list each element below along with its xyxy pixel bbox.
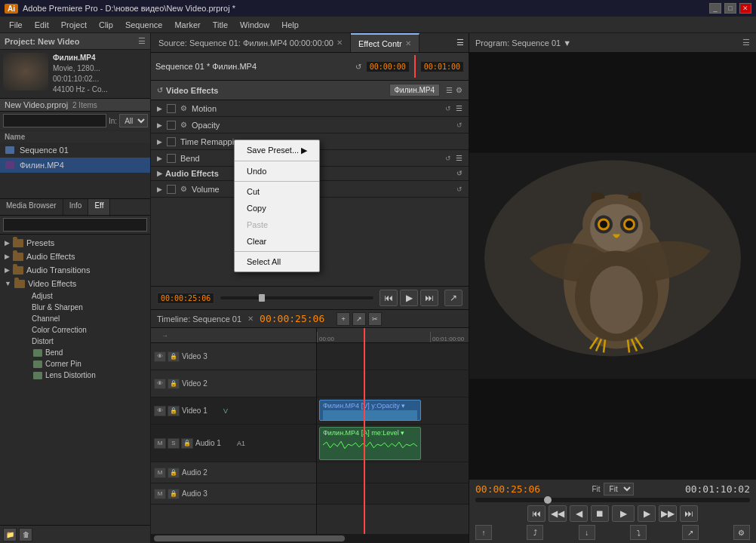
program-insert-button[interactable]: ↓ bbox=[579, 525, 595, 540]
delete-button[interactable]: 🗑 bbox=[19, 528, 32, 541]
video1-lock-button[interactable]: 🔒 bbox=[167, 406, 180, 416]
menu-title[interactable]: Title bbox=[207, 19, 234, 31]
audio1-clip[interactable]: Филин.МP4 [A] me:Level ▾ bbox=[319, 427, 421, 460]
program-step-forward-button[interactable]: ⏭ bbox=[680, 505, 698, 522]
program-forward-button[interactable]: ▶▶ bbox=[659, 505, 677, 522]
audio2-mute-button[interactable]: M bbox=[154, 468, 166, 478]
menu-help[interactable]: Help bbox=[275, 19, 305, 31]
file-item-sequence[interactable]: Sequence 01 bbox=[0, 143, 150, 158]
ec-next-button[interactable]: ⏭ bbox=[420, 290, 438, 306]
fit-select[interactable]: Fit bbox=[604, 483, 634, 495]
program-rewind-button[interactable]: ◀◀ bbox=[549, 505, 567, 522]
time-remapping-expand-icon[interactable]: ▶ bbox=[157, 138, 162, 146]
program-lift-button[interactable]: ↑ bbox=[475, 525, 492, 540]
video2-eye-button[interactable]: 👁 bbox=[154, 379, 166, 389]
timeline-scroll-thumb[interactable] bbox=[154, 535, 345, 541]
ec-prev-button[interactable]: ⏮ bbox=[380, 290, 398, 306]
ctx-undo[interactable]: Undo bbox=[235, 163, 319, 179]
ctx-clear[interactable]: Clear bbox=[235, 233, 319, 250]
tab-info[interactable]: Info bbox=[63, 199, 89, 215]
minimize-button[interactable]: _ bbox=[709, 3, 721, 14]
volume-checkbox[interactable] bbox=[167, 185, 176, 194]
window-controls[interactable]: _ □ ✕ bbox=[709, 3, 751, 14]
effects-section-audio-effects[interactable]: ▶ Audio Effects bbox=[0, 250, 150, 263]
opacity-checkbox[interactable] bbox=[167, 121, 176, 130]
menu-clip[interactable]: Clip bbox=[93, 19, 119, 31]
bend-reset-icon[interactable]: ↺ bbox=[445, 155, 451, 162]
new-item-button[interactable]: + bbox=[337, 312, 350, 326]
motion-expand-icon[interactable]: ▶ bbox=[157, 105, 162, 112]
program-stop-button[interactable]: ⏹ bbox=[591, 505, 609, 522]
motion-reset-icon[interactable]: ↺ bbox=[445, 105, 451, 112]
menu-file[interactable]: File bbox=[3, 19, 29, 31]
program-panel-menu-icon[interactable]: ☰ bbox=[742, 38, 750, 48]
effects-item-blur-sharpen[interactable]: Blur & Sharpen bbox=[0, 302, 150, 313]
panel-menu-btn[interactable]: ☰ bbox=[456, 38, 469, 48]
effects-section-video-effects[interactable]: ▼ Video Effects bbox=[0, 277, 150, 290]
audio-effects-reset-icon[interactable]: ↺ bbox=[456, 170, 463, 177]
audio1-lock-button[interactable]: 🔒 bbox=[181, 438, 193, 449]
volume-expand-icon[interactable]: ▶ bbox=[157, 186, 162, 193]
effects-item-adjust[interactable]: Adjust bbox=[0, 290, 150, 302]
ec-export-button[interactable]: ↗ bbox=[444, 290, 463, 306]
effects-item-distort[interactable]: Distort bbox=[0, 336, 150, 347]
time-remapping-checkbox[interactable] bbox=[167, 137, 176, 146]
close-button[interactable]: ✕ bbox=[739, 3, 751, 14]
video3-eye-button[interactable]: 👁 bbox=[154, 351, 166, 362]
video3-lock-button[interactable]: 🔒 bbox=[167, 351, 180, 362]
effects-item-color-correction[interactable]: Color Correction bbox=[0, 324, 150, 336]
effects-section-presets[interactable]: ▶ Presets bbox=[0, 236, 150, 250]
program-prev-frame-button[interactable]: ◀ bbox=[570, 505, 588, 522]
tab-media-browser[interactable]: Media Browser bbox=[0, 199, 63, 215]
audio2-lock-button[interactable]: 🔒 bbox=[167, 468, 180, 478]
effects-item-corner-pin[interactable]: Corner Pin bbox=[0, 358, 150, 370]
search-scope-select[interactable]: All bbox=[119, 114, 148, 127]
opacity-expand-icon[interactable]: ▶ bbox=[157, 121, 162, 129]
effects-search-input[interactable] bbox=[3, 218, 147, 232]
new-folder-button[interactable]: 📁 bbox=[3, 528, 17, 541]
menu-edit[interactable]: Edit bbox=[29, 19, 55, 31]
ctx-save-preset[interactable]: Save Preset... ▶ bbox=[235, 142, 319, 159]
program-overwrite-button[interactable]: ⤵ bbox=[630, 525, 647, 540]
panel-menu-icon[interactable]: ☰ bbox=[138, 36, 146, 46]
video1-clip[interactable]: Филин.МP4 [V] y:Opacity ▾ bbox=[319, 400, 421, 421]
audio3-mute-button[interactable]: M bbox=[154, 489, 166, 499]
audio3-lock-button[interactable]: 🔒 bbox=[167, 489, 180, 499]
file-item-video[interactable]: Филин.МP4 bbox=[0, 158, 150, 173]
bend-menu-icon[interactable]: ☰ bbox=[456, 154, 463, 162]
video1-eye-button[interactable]: 👁 bbox=[154, 406, 166, 416]
opacity-reset-icon[interactable]: ↺ bbox=[456, 121, 463, 129]
menu-sequence[interactable]: Sequence bbox=[119, 19, 169, 31]
motion-menu-icon[interactable]: ☰ bbox=[456, 104, 463, 112]
volume-reset-icon[interactable]: ↺ bbox=[456, 186, 463, 193]
ctx-cut[interactable]: Cut bbox=[235, 183, 319, 200]
project-search-input[interactable] bbox=[3, 114, 106, 127]
timeline-playhead[interactable] bbox=[364, 328, 365, 534]
program-scrubber[interactable] bbox=[475, 498, 750, 502]
audio1-solo-button[interactable]: S bbox=[167, 438, 180, 449]
source-tab-close-icon[interactable]: ✕ bbox=[337, 38, 343, 47]
audio-effects-section-expand-icon[interactable]: ▶ bbox=[157, 170, 162, 177]
effect-controls-tab-close-icon[interactable]: ✕ bbox=[405, 39, 411, 48]
fx-menu-icon[interactable]: ☰ bbox=[446, 86, 453, 94]
menu-window[interactable]: Window bbox=[234, 19, 275, 31]
program-play-button[interactable]: ▶ bbox=[612, 505, 635, 522]
video2-lock-button[interactable]: 🔒 bbox=[167, 379, 180, 389]
motion-checkbox[interactable] bbox=[167, 104, 176, 113]
menu-marker[interactable]: Marker bbox=[168, 19, 206, 31]
program-extract-button[interactable]: ⤴ bbox=[527, 525, 543, 540]
track-select-button[interactable]: ↗ bbox=[352, 312, 366, 326]
bend-expand-icon[interactable]: ▶ bbox=[157, 155, 162, 162]
effects-item-channel[interactable]: Channel bbox=[0, 313, 150, 324]
tab-effect-controls[interactable]: Effect Contr ✕ bbox=[351, 33, 419, 52]
maximize-button[interactable]: □ bbox=[724, 3, 736, 14]
audio1-mute-button[interactable]: M bbox=[154, 438, 166, 449]
reset-icon[interactable]: ↺ bbox=[355, 63, 361, 71]
ctx-select-all[interactable]: Select All bbox=[235, 253, 319, 270]
ec-scrubber[interactable] bbox=[220, 296, 373, 299]
fx-settings-icon[interactable]: ⚙ bbox=[456, 86, 463, 94]
program-settings-button[interactable]: ⚙ bbox=[733, 525, 750, 540]
ec-play-button[interactable]: ▶ bbox=[400, 290, 418, 306]
timeline-close-icon[interactable]: ✕ bbox=[247, 314, 254, 323]
ctx-copy[interactable]: Copy bbox=[235, 200, 319, 216]
